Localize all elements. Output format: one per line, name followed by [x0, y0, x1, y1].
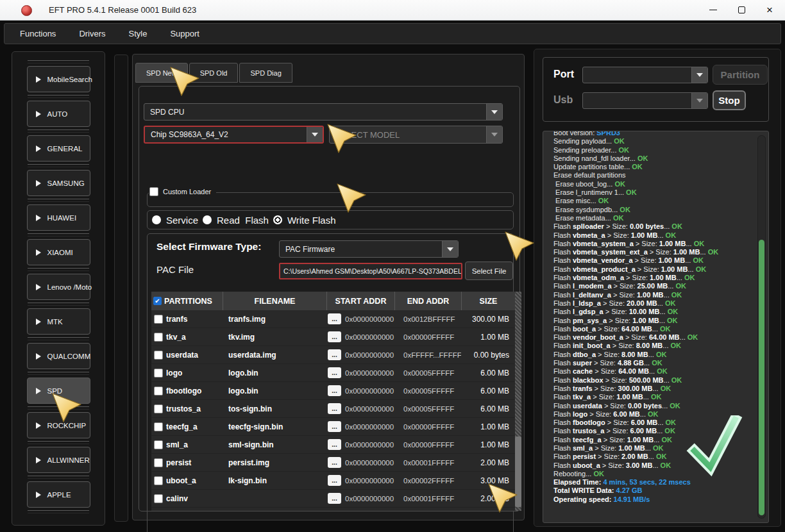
address-picker-button[interactable]: ... [328, 421, 341, 432]
table-row-logo[interactable]: logologo.bin...0x00000000000x00005FFFFF6… [151, 364, 515, 382]
column-header-end-addr[interactable]: END ADDR [394, 292, 461, 310]
sidebar-item-allwinner[interactable]: ALLWINNER [27, 447, 90, 473]
log-line: Flash vbmeta_vendor_a > Size: 1.00 MB...… [553, 256, 749, 265]
table-row-tkv-a[interactable]: tkv_atkv.img...0x00000000000x00000FFFFF1… [151, 328, 515, 346]
log-line: Sending payload... OK [553, 137, 749, 145]
log-line: Erase default partitions [553, 171, 749, 179]
tab-spd-new[interactable]: SPD New [135, 63, 188, 83]
sidebar-item-label: QUALCOMM [47, 353, 91, 360]
port-select[interactable] [582, 67, 708, 83]
address-picker-button[interactable]: ... [328, 403, 341, 414]
sidebar-item-mtk[interactable]: MTK [27, 308, 90, 335]
log-line: Operating speed: 14.91 MB/s [553, 495, 749, 504]
address-picker-button[interactable]: ... [328, 313, 341, 324]
address-picker-button[interactable]: ... [328, 475, 341, 486]
sidebar-item-huawei[interactable]: HUAWEI [27, 204, 90, 231]
address-picker-button[interactable]: ... [328, 367, 341, 378]
chip-select[interactable]: Chip SC9863A_64_V2 [144, 126, 324, 144]
table-row-calinv[interactable]: calinv...0x00000000000x00001FFFFF2.00 MB [151, 490, 515, 508]
stop-button[interactable]: Stop [713, 90, 746, 110]
maximize-button[interactable] [727, 0, 755, 20]
custom-loader-label: Custom Loader [163, 188, 211, 195]
partition-size: 2.00 MB [461, 494, 515, 503]
usb-select[interactable] [582, 92, 708, 109]
address-picker-button[interactable]: ... [328, 457, 341, 468]
arrow-right-icon [36, 422, 41, 429]
table-row-teecfg-a[interactable]: teecfg_ateecfg-sign.bin...0x00000000000x… [151, 418, 515, 436]
row-checkbox[interactable] [154, 369, 163, 378]
row-checkbox[interactable] [154, 333, 163, 342]
row-checkbox[interactable] [154, 458, 163, 467]
column-header-filename[interactable]: FILENAME [223, 292, 326, 310]
row-checkbox[interactable] [154, 494, 163, 503]
tab-spd-diag[interactable]: SPD Diag [239, 63, 292, 83]
partition-filename: teecfg-sign.bin [223, 422, 326, 431]
table-row-persist[interactable]: persistpersist.img...0x00000000000x00001… [151, 454, 515, 472]
address-picker-button[interactable]: ... [328, 349, 341, 360]
menu-item-support[interactable]: Support [162, 29, 207, 38]
row-checkbox[interactable] [154, 315, 163, 324]
close-button[interactable]: × [755, 0, 784, 20]
pac-file-path-input[interactable]: C:\Users\Ahmed GSM\Desktop\A50\A667LP-SQ… [279, 263, 462, 279]
row-checkbox[interactable] [154, 440, 163, 449]
custom-loader-checkbox[interactable]: Custom Loader [149, 187, 216, 196]
table-scrollbar-thumb[interactable] [515, 436, 521, 507]
select-file-button[interactable]: Select File [465, 262, 513, 280]
log-scrollbar[interactable] [757, 135, 766, 519]
table-row-uboot-a[interactable]: uboot_alk-sign.bin...0x00000000000x00002… [151, 472, 515, 490]
menu-item-drivers[interactable]: Drivers [71, 29, 113, 38]
partition-filename: logo.bin [223, 369, 326, 378]
sidebar-item-xiaomi[interactable]: XIAOMI [27, 239, 90, 265]
service-radio[interactable]: Service [152, 215, 198, 226]
model-select[interactable]: SELECT MODEL [329, 126, 503, 144]
row-checkbox[interactable] [154, 476, 163, 485]
cpu-select[interactable]: SPD CPU [144, 103, 503, 121]
sidebar-item-spd[interactable]: SPD [27, 378, 90, 404]
menu-item-functions[interactable]: Functions [12, 29, 63, 38]
firmware-type-select[interactable]: PAC Firmware [279, 240, 459, 258]
column-header-partitions[interactable]: ✔PARTITIONS [151, 292, 223, 310]
sidebar-item-qualcomm[interactable]: QUALCOMM [27, 343, 90, 369]
sidebar-item-rockchip[interactable]: ROCKCHIP [27, 412, 90, 438]
sidebar-item-samsung[interactable]: SAMSUNG [27, 170, 90, 196]
column-header-size[interactable]: SIZE [461, 292, 515, 310]
log-line: Flash vendor_boot_a > Size: 64.00 MB... … [553, 333, 749, 342]
arrow-right-icon [36, 249, 41, 256]
row-checkbox[interactable] [154, 404, 163, 413]
address-picker-button[interactable]: ... [328, 385, 341, 396]
table-row-sml-a[interactable]: sml_asml-sign.bin...0x00000000000x00000F… [151, 436, 515, 454]
sidebar-item-general[interactable]: GENERAL [27, 135, 90, 162]
row-checkbox[interactable] [154, 387, 163, 395]
partition-button[interactable]: Partition [713, 65, 768, 85]
splitter-strip[interactable] [114, 54, 128, 522]
table-row-fbootlogo[interactable]: fbootlogologo.bin...0x00000000000x00005F… [151, 382, 515, 400]
menu-item-style[interactable]: Style [121, 29, 155, 38]
table-row-userdata[interactable]: userdatauserdata.img...0x00000000000xFFF… [151, 346, 515, 364]
partition-filename: lk-sign.bin [223, 476, 326, 485]
read-flash-radio[interactable]: Read Flash [203, 215, 269, 226]
select-all-checkbox[interactable]: ✔ [153, 297, 162, 305]
sidebar-item-lenovo-moto[interactable]: Lenovo /Moto [27, 274, 90, 300]
address-picker-button[interactable]: ... [328, 439, 341, 450]
table-scrollbar[interactable] [515, 292, 521, 511]
tab-bar: SPD NewSPD OldSPD Diag [135, 63, 294, 83]
minimize-button[interactable] [699, 0, 727, 20]
chevron-down-icon [691, 93, 707, 108]
partition-size: 2.00 MB [461, 458, 515, 467]
table-row-trustos-a[interactable]: trustos_atos-sign.bin...0x00000000000x00… [151, 400, 515, 418]
address-picker-button[interactable]: ... [328, 493, 341, 504]
log-scrollbar-thumb[interactable] [759, 240, 764, 515]
sidebar-item-mobilesearch[interactable]: MobileSearch [27, 66, 90, 92]
partition-filename: tkv.img [223, 333, 326, 342]
end-address: 0x00001FFFFF [394, 495, 461, 503]
row-checkbox[interactable] [154, 422, 163, 431]
column-header-start-addr[interactable]: START ADDR [326, 292, 394, 310]
table-row-tranfs[interactable]: tranfstranfs.img...0x00000000000x0012BFF… [151, 310, 515, 328]
address-picker-button[interactable]: ... [328, 331, 341, 342]
row-checkbox[interactable] [154, 351, 163, 360]
tab-spd-old[interactable]: SPD Old [189, 63, 239, 83]
write-flash-radio[interactable]: Write Flash [273, 215, 336, 226]
sidebar-item-auto[interactable]: AUTO [27, 101, 90, 127]
sidebar-item-apple[interactable]: APPLE [27, 481, 90, 508]
log-line: Flash vbmeta_product_a > Size: 1.00 MB..… [553, 265, 749, 274]
